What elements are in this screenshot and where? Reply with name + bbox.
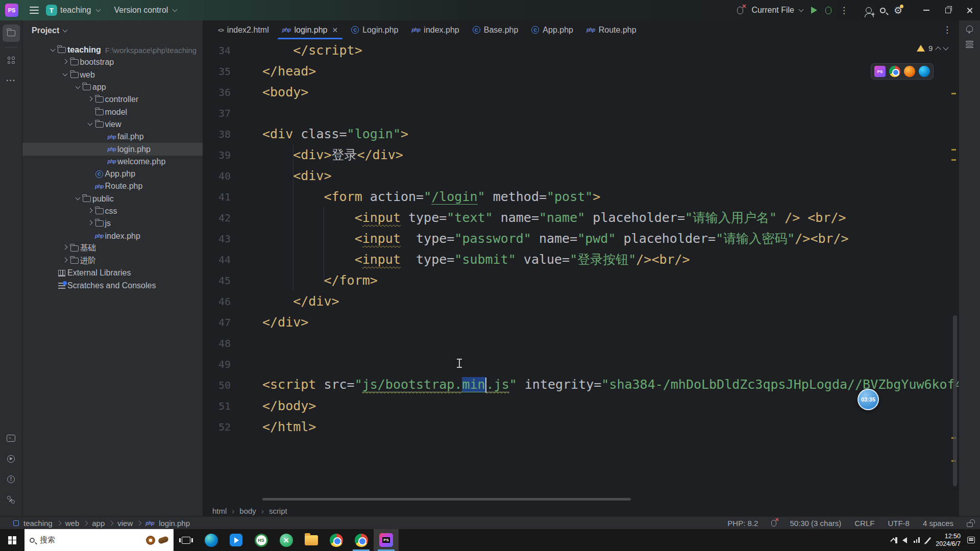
status-path-web[interactable]: web	[65, 519, 80, 528]
chevron-right-icon[interactable]	[88, 96, 93, 101]
tree-item-External Libraries[interactable]: External Libraries	[22, 267, 203, 279]
debugger-muted-icon[interactable]: ✕	[737, 7, 743, 14]
taskbar-app-green-app[interactable]: ✕	[274, 529, 299, 551]
close-button[interactable]	[959, 0, 980, 20]
taskbar-app-edge[interactable]	[199, 529, 224, 551]
debug-button[interactable]	[825, 7, 831, 14]
minimize-button[interactable]	[916, 0, 937, 20]
tab-App.php[interactable]: CApp.php	[525, 20, 580, 39]
tree-item-model[interactable]: model	[22, 106, 203, 118]
tree-item-css[interactable]: css	[22, 205, 203, 217]
project-tool-icon[interactable]	[3, 24, 20, 42]
code-with-me-icon[interactable]	[866, 7, 872, 13]
tree-item-welcome.php[interactable]: phpwelcome.php	[22, 156, 203, 168]
tree-item-App.php[interactable]: CApp.php	[22, 168, 203, 180]
tree-item-基础[interactable]: 基础	[22, 242, 203, 255]
chrome-icon[interactable]	[889, 66, 900, 77]
status-path-teaching[interactable]: teaching	[23, 519, 53, 528]
tab-index.php[interactable]: phpindex.php	[405, 20, 466, 39]
run-configuration-selector[interactable]: Current File	[751, 6, 803, 15]
status-path-view[interactable]: view	[117, 519, 133, 528]
database-tool-icon[interactable]	[966, 41, 973, 48]
more-actions-icon[interactable]: ⋮	[840, 5, 848, 16]
caret-position[interactable]: 50:30 (3 chars)	[790, 519, 841, 528]
tree-item-login.php[interactable]: phplogin.php	[22, 143, 203, 155]
tab-Route.php[interactable]: phpRoute.php	[580, 20, 643, 39]
more-tools-icon[interactable]: ···	[3, 72, 20, 89]
tree-item-app[interactable]: app	[22, 81, 203, 93]
services-tool-icon[interactable]	[3, 450, 20, 467]
start-button[interactable]	[0, 529, 24, 551]
run-button[interactable]	[811, 7, 817, 14]
settings-gear-icon[interactable]: ⚙	[894, 6, 902, 15]
chevron-right-icon[interactable]	[88, 220, 93, 225]
chevron-right-icon[interactable]	[88, 208, 93, 213]
indent-style[interactable]: 4 spaces	[923, 519, 953, 528]
tab-Login.php[interactable]: CLogin.php	[345, 20, 405, 39]
taskbar-search-box[interactable]: 搜索	[24, 529, 174, 551]
chevron-right-icon[interactable]	[63, 59, 68, 64]
chevron-right-icon[interactable]	[63, 245, 68, 250]
breadcrumb-script[interactable]: script	[269, 507, 287, 515]
tree-item-teaching[interactable]: teachingF:\workspace\php\teaching	[22, 44, 203, 56]
php-version[interactable]: PHP: 8.2	[727, 519, 758, 528]
vcs-widget[interactable]: Version control	[114, 6, 177, 15]
edge-icon[interactable]	[919, 66, 930, 77]
taskbar-app-heidisql[interactable]: HS	[249, 529, 274, 551]
tab-index2.html[interactable]: <>index2.html	[211, 20, 276, 39]
prev-problem-icon[interactable]	[936, 46, 941, 52]
taskbar-app-chrome-2[interactable]	[349, 529, 374, 551]
version-control-tool-icon[interactable]	[3, 491, 20, 508]
tab-Base.php[interactable]: CBase.php	[466, 20, 525, 39]
taskbar-app-explorer[interactable]	[299, 529, 324, 551]
next-problem-icon[interactable]	[943, 44, 949, 50]
notifications-icon[interactable]	[966, 26, 973, 32]
action-center-icon[interactable]	[967, 537, 975, 543]
tree-item-js[interactable]: js	[22, 217, 203, 230]
search-everywhere-icon[interactable]	[880, 8, 886, 13]
tree-item-web[interactable]: web	[22, 69, 203, 81]
main-menu-icon[interactable]	[30, 7, 39, 14]
breadcrumb-body[interactable]: body	[239, 507, 256, 515]
chevron-down-icon[interactable]	[63, 71, 68, 77]
tab-options-icon[interactable]: ⋮	[943, 24, 951, 35]
inspections-widget[interactable]: 9	[917, 44, 948, 53]
line-separator[interactable]: CRLF	[854, 519, 874, 528]
code-editor[interactable]: 34 </script>35</head>36<body>3738<div cl…	[203, 40, 959, 505]
taskbar-app-phpstorm[interactable]: PS	[374, 529, 399, 551]
restore-button[interactable]	[937, 0, 959, 20]
file-encoding[interactable]: UTF-8	[888, 519, 910, 528]
volume-icon[interactable]	[902, 537, 907, 543]
taskbar-app-chrome[interactable]	[324, 529, 349, 551]
problems-tool-icon[interactable]: !	[3, 470, 20, 488]
tree-item-Route.php[interactable]: phpRoute.php	[22, 180, 203, 192]
chevron-down-icon[interactable]	[75, 195, 80, 201]
pen-icon[interactable]	[925, 537, 931, 543]
chevron-down-icon[interactable]	[75, 84, 80, 89]
chevron-down-icon[interactable]	[88, 121, 93, 126]
close-tab-icon[interactable]: ✕	[332, 26, 338, 34]
horizontal-scrollbar[interactable]	[262, 498, 631, 500]
taskbar-clock[interactable]: 12:50 2024/6/7	[936, 533, 961, 548]
readonly-toggle-icon[interactable]	[967, 522, 973, 527]
network-icon[interactable]	[914, 537, 921, 543]
phpstorm-preview-icon[interactable]: PS	[874, 66, 886, 77]
tree-item-view[interactable]: view	[22, 118, 203, 131]
tree-item-controller[interactable]: controller	[22, 93, 203, 106]
chevron-right-icon[interactable]	[63, 257, 68, 262]
tree-item-Scratches and Consoles[interactable]: Scratches and Consoles	[22, 280, 203, 292]
debug-listener-icon[interactable]: ✕	[771, 520, 776, 527]
status-path-app[interactable]: app	[92, 519, 105, 528]
taskbar-app-task-view[interactable]	[174, 529, 199, 551]
taskbar-app-player[interactable]	[224, 529, 249, 551]
project-panel-header[interactable]: Project	[22, 20, 203, 41]
vertical-scrollbar[interactable]	[953, 315, 957, 486]
tab-login.php[interactable]: phplogin.php✕	[276, 20, 345, 39]
tree-item-进阶[interactable]: 进阶	[22, 255, 203, 267]
tree-item-public[interactable]: public	[22, 193, 203, 205]
tree-item-index.php[interactable]: phpindex.php	[22, 230, 203, 242]
terminal-tool-icon[interactable]: >_	[3, 430, 20, 447]
chevron-down-icon[interactable]	[50, 46, 55, 52]
structure-tool-icon[interactable]	[3, 52, 20, 69]
project-widget[interactable]: T teaching	[46, 5, 100, 16]
